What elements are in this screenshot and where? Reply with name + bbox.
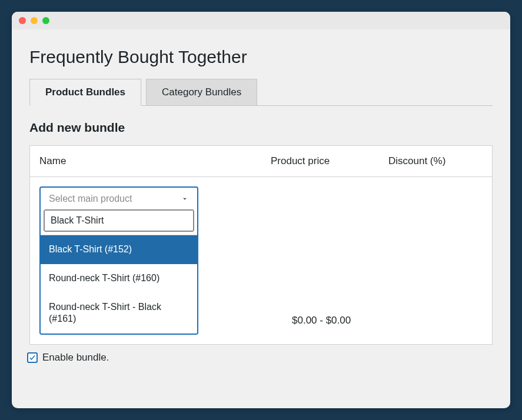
select-header[interactable]: Select main product	[41, 188, 197, 210]
product-select-container: Select main product Black T-Shirt (#152)…	[39, 186, 198, 335]
content-area: Frequently Bought Together Product Bundl…	[12, 29, 510, 364]
product-search-input[interactable]	[44, 210, 194, 231]
dropdown-option[interactable]: Black T-Shirt (#152)	[41, 235, 197, 264]
close-window-button[interactable]	[19, 17, 26, 24]
tab-product-bundles[interactable]: Product Bundles	[29, 79, 141, 106]
column-header-price: Product price	[271, 155, 388, 167]
dropdown-option[interactable]: Round-neck T-Shirt (#160)	[41, 264, 197, 293]
enable-bundle-row: Enable bundle.	[27, 352, 493, 364]
bundle-table: Name Product price Discount (%) Select m…	[29, 145, 493, 345]
chevron-down-icon	[181, 195, 189, 203]
tab-category-bundles[interactable]: Category Bundles	[146, 79, 257, 105]
price-range-display: $0.00 - $0.00	[292, 315, 351, 326]
dropdown-option[interactable]: Round-neck T-Shirt - Black (#161)	[41, 293, 197, 334]
titlebar	[12, 12, 510, 29]
maximize-window-button[interactable]	[42, 17, 49, 24]
page-title: Frequently Bought Together	[29, 47, 493, 67]
product-select[interactable]: Select main product Black T-Shirt (#152)…	[39, 186, 198, 335]
column-header-discount: Discount (%)	[388, 155, 483, 167]
enable-bundle-label: Enable bundle.	[42, 352, 109, 364]
tabs-container: Product Bundles Category Bundles	[29, 79, 493, 106]
table-header: Name Product price Discount (%)	[30, 146, 492, 177]
enable-bundle-checkbox[interactable]	[27, 352, 38, 363]
column-header-name: Name	[39, 155, 271, 167]
select-search-row	[41, 210, 197, 235]
app-window: Frequently Bought Together Product Bundl…	[12, 12, 510, 408]
checkmark-icon	[29, 354, 36, 361]
minimize-window-button[interactable]	[31, 17, 38, 24]
dropdown-list: Black T-Shirt (#152) Round-neck T-Shirt …	[41, 235, 197, 334]
select-placeholder: Select main product	[49, 194, 132, 204]
table-body: Select main product Black T-Shirt (#152)…	[30, 177, 492, 344]
section-title: Add new bundle	[29, 121, 493, 135]
